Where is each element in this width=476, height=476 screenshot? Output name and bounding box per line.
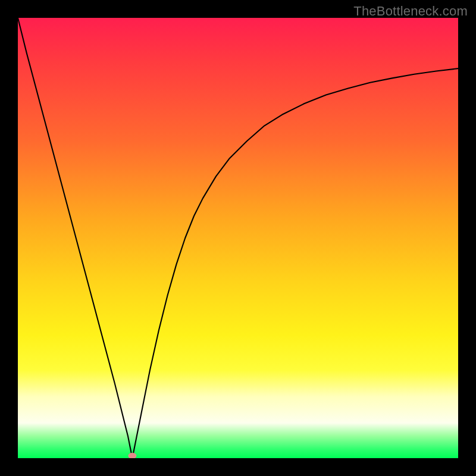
watermark-label: TheBottleneck.com — [353, 4, 468, 19]
plot-area — [18, 18, 458, 458]
curve-layer — [18, 18, 458, 458]
bottleneck-curve-path — [18, 18, 458, 458]
chart-frame: TheBottleneck.com — [0, 0, 476, 476]
minimum-marker — [128, 453, 136, 458]
